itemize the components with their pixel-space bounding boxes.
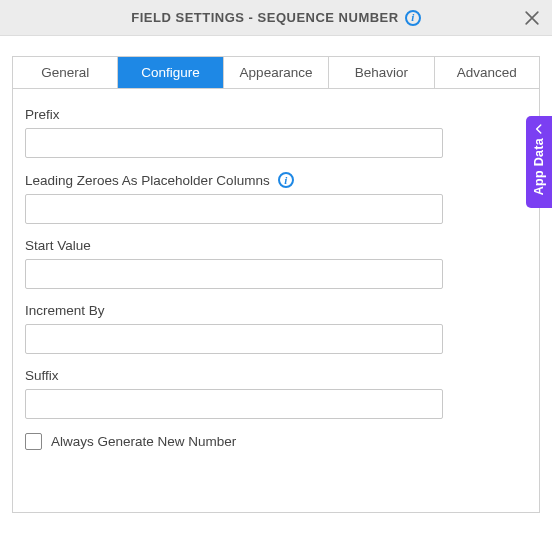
prefix-input[interactable]: [25, 128, 443, 158]
field-suffix: Suffix: [25, 368, 527, 419]
start-value-label: Start Value: [25, 238, 527, 253]
always-generate-row: Always Generate New Number: [25, 433, 527, 450]
always-generate-checkbox[interactable]: [25, 433, 42, 450]
field-leading-zeroes: Leading Zeroes As Placeholder Columns: [25, 172, 527, 224]
app-data-label: App Data: [532, 138, 546, 195]
prefix-label: Prefix: [25, 107, 527, 122]
tab-bar: General Configure Appearance Behavior Ad…: [12, 56, 540, 89]
chevron-left-icon: [532, 122, 546, 136]
increment-by-input[interactable]: [25, 324, 443, 354]
info-icon[interactable]: [405, 10, 421, 26]
field-increment-by: Increment By: [25, 303, 527, 354]
config-panel: Prefix Leading Zeroes As Placeholder Col…: [12, 89, 540, 513]
tab-advanced[interactable]: Advanced: [435, 57, 539, 88]
close-icon: [522, 8, 542, 28]
leading-zeroes-label: Leading Zeroes As Placeholder Columns: [25, 172, 527, 188]
suffix-label: Suffix: [25, 368, 527, 383]
info-icon[interactable]: [278, 172, 294, 188]
dialog-header: FIELD SETTINGS - SEQUENCE NUMBER: [0, 0, 552, 36]
leading-zeroes-label-text: Leading Zeroes As Placeholder Columns: [25, 173, 270, 188]
field-start-value: Start Value: [25, 238, 527, 289]
tab-appearance[interactable]: Appearance: [224, 57, 329, 88]
dialog-title: FIELD SETTINGS - SEQUENCE NUMBER: [131, 10, 398, 25]
tab-configure[interactable]: Configure: [118, 57, 223, 88]
leading-zeroes-input[interactable]: [25, 194, 443, 224]
always-generate-label: Always Generate New Number: [51, 434, 236, 449]
start-value-input[interactable]: [25, 259, 443, 289]
tab-general[interactable]: General: [13, 57, 118, 88]
suffix-input[interactable]: [25, 389, 443, 419]
app-data-handle[interactable]: App Data: [526, 116, 552, 208]
close-button[interactable]: [522, 8, 542, 28]
increment-by-label: Increment By: [25, 303, 527, 318]
tab-behavior[interactable]: Behavior: [329, 57, 434, 88]
field-prefix: Prefix: [25, 107, 527, 158]
